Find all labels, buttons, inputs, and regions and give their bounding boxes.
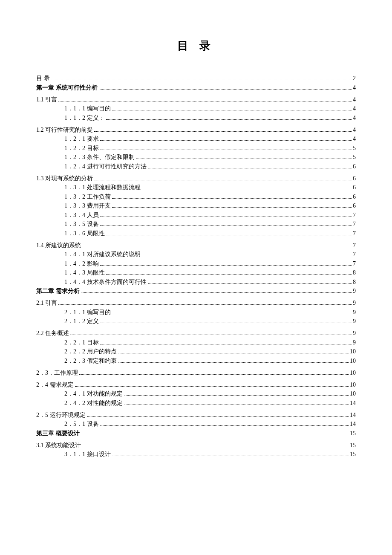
toc-entry: 2.2 任务概述9: [36, 330, 356, 336]
toc-entry-label: 2．1．1 编写目的: [64, 309, 111, 315]
toc-entry-page: 9: [353, 318, 356, 324]
toc-dots: [106, 274, 352, 275]
toc-entry-page: 8: [353, 270, 356, 276]
toc-entry-label: 1．4．3 局限性: [64, 270, 105, 276]
toc-entry: 1．2．2 目标5: [64, 145, 356, 151]
toc-entry-page: 5: [353, 154, 356, 160]
toc-entry-page: 4: [353, 136, 356, 142]
toc-entry: 第二章 需求分析9: [36, 288, 356, 294]
toc-dots: [94, 131, 352, 132]
toc-dots: [112, 198, 352, 199]
toc-entry-label: 2．3．工作原理: [36, 370, 78, 376]
toc-entry: 1.4 所建议的系统7: [36, 243, 356, 249]
toc-entry: 2．4．2 对性能的规定14: [64, 400, 356, 406]
toc-dots: [100, 323, 352, 323]
toc-entry-page: 10: [350, 391, 356, 397]
toc-entry-page: 7: [353, 212, 356, 218]
toc-entry-label: 3.1 系统功能设计: [36, 442, 81, 448]
toc-entry-page: 15: [350, 442, 356, 448]
toc-dots: [79, 374, 349, 375]
toc-entry: 3．1．1 接口设计15: [64, 451, 356, 457]
toc-dots: [142, 189, 352, 189]
toc-entry-label: 2．4．2 对性能的规定: [64, 400, 123, 406]
toc-entry: 2．4 需求规定10: [36, 382, 356, 388]
toc-dots: [118, 353, 349, 353]
toc-entry: 2．2．2 用户的特点10: [64, 349, 356, 355]
toc-entry-label: 2．1．2 定义: [64, 318, 99, 324]
toc-entry: 1．2．1 要求4: [64, 136, 356, 142]
toc-entry: 2．1．1 编写目的9: [64, 309, 356, 315]
toc-entry: 2．2．3 假定和约束10: [64, 358, 356, 364]
toc-entry: 2.1 引言9: [36, 300, 356, 306]
toc-entry-label: 1．1．1 编写目的: [64, 106, 111, 112]
toc-dots: [58, 304, 352, 305]
toc-entry-page: 4: [353, 127, 356, 133]
toc-entry-label: 2．5．1 设备: [64, 421, 99, 427]
toc-entry: 1．1．1 编写目的4: [64, 106, 356, 112]
toc-entry-page: 9: [353, 300, 356, 306]
toc-entry-page: 2: [353, 75, 356, 81]
toc-dots: [87, 416, 349, 417]
toc-dots: [100, 344, 352, 344]
toc-entry-label: 1．2．1 要求: [64, 136, 99, 142]
toc-entry: 1．4．1 对所建议系统的说明7: [64, 251, 356, 257]
toc-entry-page: 15: [350, 431, 356, 436]
toc-entry: 第三章 概要设计15: [36, 431, 356, 436]
toc-entry-label: 2．5 运行环境规定: [36, 412, 86, 418]
toc-entry-label: 2．4 需求规定: [36, 382, 74, 388]
toc-dots: [51, 80, 352, 80]
toc-title: 目 录: [36, 38, 356, 53]
toc-entry-label: 2．2．1 目标: [64, 340, 99, 346]
toc-entry-page: 4: [353, 97, 356, 103]
toc-entry: 1．4．4 技术条件方面的可行性8: [64, 279, 356, 285]
toc-entry: 1.1 引言4: [36, 97, 356, 103]
toc-dots: [100, 225, 352, 226]
toc-dots: [112, 110, 352, 110]
toc-entry-page: 15: [350, 451, 356, 457]
toc-entry: 第一章 系统可行性分析4: [36, 85, 356, 91]
toc-entry-label: 第三章 概要设计: [36, 431, 80, 436]
toc-entry-page: 9: [353, 309, 356, 315]
toc-dots: [112, 314, 352, 314]
toc-entry-page: 10: [350, 382, 356, 388]
toc-entry-label: 1.2 可行性研究的前提: [36, 127, 93, 133]
toc-dots: [148, 168, 352, 168]
toc-entry-page: 7: [353, 261, 356, 267]
toc-entry: 1．4．2 影响7: [64, 261, 356, 267]
toc-entry-page: 7: [353, 243, 356, 249]
toc-entry-label: 目 录: [36, 75, 50, 81]
toc-dots: [118, 362, 349, 363]
toc-entry-page: 14: [350, 421, 356, 427]
toc-entry: 1．3．6 局限性7: [64, 231, 356, 237]
toc-entry: 1．2．4 进行可行性研究的方法6: [64, 164, 356, 170]
toc-entry-page: 14: [350, 412, 356, 418]
toc-dots: [81, 292, 352, 293]
toc-dots: [70, 335, 352, 335]
toc-entry-label: 第一章 系统可行性分析: [36, 85, 98, 91]
toc-entry-label: 1．1．2 定义：: [64, 115, 105, 121]
toc-dots: [94, 180, 352, 180]
toc-dots: [100, 217, 352, 217]
toc-entry: 1．3．5 设备7: [64, 221, 356, 227]
toc-entry-page: 7: [353, 221, 356, 227]
toc-entry-page: 9: [353, 288, 356, 294]
toc-entry-page: 6: [353, 185, 356, 191]
toc-entry-page: 14: [350, 400, 356, 406]
toc-entry: 2．5 运行环境规定14: [36, 412, 356, 418]
toc-entry-page: 6: [353, 164, 356, 170]
toc-dots: [106, 119, 352, 120]
toc-entry: 1.3 对现有系统的分析6: [36, 176, 356, 182]
toc-entry-label: 1.3 对现有系统的分析: [36, 176, 93, 182]
toc-dots: [81, 435, 349, 435]
toc-dots: [75, 386, 349, 387]
toc-entry-page: 4: [353, 106, 356, 112]
toc-entry-label: 1．3．3 费用开支: [64, 203, 111, 209]
toc-dots: [112, 456, 349, 456]
toc-entry-label: 2．4．1 对功能的规定: [64, 391, 123, 397]
toc-dots: [100, 265, 352, 266]
toc-entry-label: 2.1 引言: [36, 300, 57, 306]
toc-entry: 1．4．3 局限性8: [64, 270, 356, 276]
toc-entry-label: 第二章 需求分析: [36, 288, 80, 294]
table-of-contents: 目 录2第一章 系统可行性分析41.1 引言41．1．1 编写目的41．1．2 …: [36, 75, 356, 457]
toc-entry-label: 1．3．2 工作负荷: [64, 194, 111, 200]
